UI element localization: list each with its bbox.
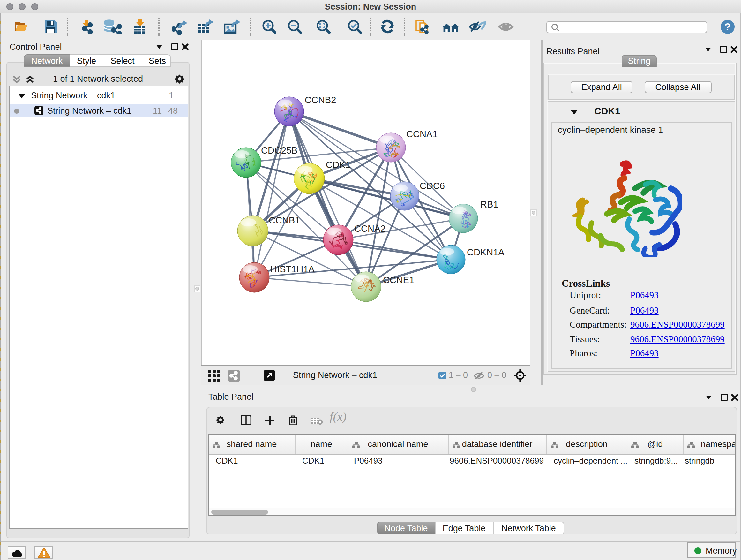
- svg-text:RB1: RB1: [480, 199, 498, 209]
- svg-text:CCNB1: CCNB1: [269, 215, 300, 225]
- svg-text:CCNA2: CCNA2: [354, 223, 386, 233]
- svg-text:HIST1H1A: HIST1H1A: [270, 264, 315, 274]
- svg-text:CCNB2: CCNB2: [305, 95, 336, 105]
- svg-text:CDC6: CDC6: [420, 180, 445, 191]
- svg-text:?: ?: [724, 21, 731, 33]
- svg-text:CDK1: CDK1: [326, 159, 350, 170]
- svg-text:CCNA1: CCNA1: [406, 129, 437, 139]
- svg-text:CDC25B: CDC25B: [261, 145, 297, 155]
- svg-text:CCNE1: CCNE1: [383, 274, 414, 285]
- svg-text:CDKN1A: CDKN1A: [467, 247, 504, 257]
